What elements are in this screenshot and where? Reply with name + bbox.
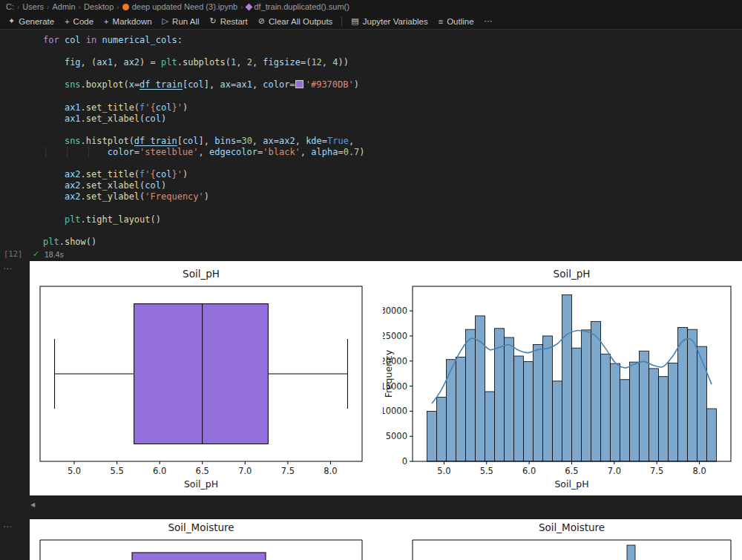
toolbar-add-markdown-button[interactable]: +Markdown [99, 16, 157, 27]
figure-soil-moisture: Soil_Moisture Soil_Moisture [30, 519, 742, 560]
breadcrumb-item-3[interactable]: Desktop [84, 2, 114, 11]
toolbar-add-code-button[interactable]: +Code [59, 16, 99, 27]
soil-ph-boxplot: Soil_pH5.05.56.06.57.07.58.0Soil_pH [33, 264, 368, 495]
code-line [43, 46, 742, 57]
toolbar-outline-button[interactable]: ≡Outline [433, 16, 479, 27]
breadcrumb-symbol[interactable]: df_train.duplicated().sum() [246, 2, 349, 11]
toolbar-button-label: Run All [172, 17, 199, 26]
output-gutter: ⋯ [0, 519, 30, 560]
code-line [43, 225, 742, 237]
breadcrumb-label: deep updated Need (3).ipynb [132, 2, 238, 11]
svg-text:6.0: 6.0 [522, 466, 536, 476]
notebook-icon [122, 4, 129, 10]
soil-moisture-histogram-partial: Soil_Moisture [383, 519, 739, 560]
code-line: ax1.set_xlabel(col) [43, 113, 742, 125]
breadcrumb-item-2[interactable]: Admin [52, 2, 75, 11]
execution-duration: 18.4s [45, 250, 64, 259]
restart-icon: ↻ [210, 16, 217, 26]
clear-icon: ⊘ [258, 16, 265, 26]
code-line: ax2.set_title(f'{col}') [43, 169, 742, 180]
svg-text:5.5: 5.5 [480, 466, 493, 476]
svg-text:7.0: 7.0 [238, 466, 252, 476]
breadcrumb-notebook-file[interactable]: deep updated Need (3).ipynb [122, 2, 238, 11]
cell-actions-icon[interactable]: ⋯ [3, 521, 13, 532]
code-line: ax1.set_title(f'{col}') [43, 102, 742, 113]
svg-text:Soil_pH: Soil_pH [183, 268, 220, 280]
color-swatch [295, 80, 303, 88]
toolbar-button-label: Outline [447, 17, 473, 26]
code-line: ax2.set_xlabel(col) [43, 180, 742, 191]
toolbar-generate-button[interactable]: ✦Generate [3, 15, 59, 27]
code-line [43, 90, 742, 102]
svg-text:8.0: 8.0 [692, 466, 706, 476]
breadcrumb-item-0[interactable]: C: [6, 2, 14, 11]
svg-text:Frequency: Frequency [383, 349, 394, 398]
svg-text:Soil_pH: Soil_pH [184, 478, 218, 490]
code-line: sns.boxplot(x=df_train[col], ax=ax1, col… [43, 79, 742, 90]
breadcrumb-label: Desktop [84, 2, 114, 11]
svg-text:7.5: 7.5 [281, 466, 295, 476]
breadcrumb-separator: › [17, 3, 19, 11]
toolbar-button-label: Clear All Outputs [269, 17, 332, 26]
toolbar-button-label: Generate [19, 17, 54, 26]
code-line [43, 158, 742, 169]
breadcrumb-item-1[interactable]: Users [22, 2, 44, 11]
svg-text:0: 0 [402, 456, 407, 467]
plus-icon: + [104, 17, 108, 26]
toolbar-jupyter-variables-button[interactable]: ▤Jupyter Variables [346, 15, 433, 27]
svg-text:Soil_pH: Soil_pH [554, 268, 591, 280]
notebook-toolbar: ✦Generate+Code+Markdown▷Run All↻Restart⊘… [0, 13, 742, 30]
list-icon: ≡ [439, 17, 443, 26]
svg-text:6.5: 6.5 [196, 466, 209, 476]
code-line [43, 68, 742, 79]
code-line: plt.show() [43, 237, 742, 248]
toolbar-button-label: Code [73, 17, 94, 26]
symbol-icon [245, 3, 252, 10]
svg-text:7.5: 7.5 [650, 466, 663, 476]
breadcrumb: C:›Users›Admin›Desktop›deep updated Need… [0, 0, 742, 13]
soil-ph-histogram: Soil_pH050001000015000200002500030000Fre… [383, 264, 739, 495]
toolbar-more-actions-button[interactable]: ⋯ [479, 15, 498, 27]
output-cell-soil-moisture: ⋯ Soil_Moisture Soil_Moisture [0, 519, 742, 560]
breadcrumb-label: Admin [52, 2, 75, 11]
code-line: ax2.set_ylabel('Frequency') [43, 191, 742, 202]
cell-gap: ◀ [0, 495, 742, 519]
breadcrumb-separator: › [47, 3, 49, 11]
figure-soil-ph: Soil_pH5.05.56.06.57.07.58.0Soil_pH Soil… [30, 261, 742, 495]
code-line: plt.tight_layout() [43, 214, 742, 225]
breadcrumb-separator: › [240, 3, 243, 11]
svg-text:Soil_pH: Soil_pH [554, 478, 588, 490]
svg-text:5.5: 5.5 [110, 466, 123, 476]
table-icon: ▤ [351, 16, 358, 26]
toolbar-separator [341, 16, 342, 26]
toolbar-clear-outputs-button[interactable]: ⊘Clear All Outputs [253, 15, 338, 27]
svg-text:6.5: 6.5 [565, 466, 578, 476]
svg-text:30000: 30000 [383, 306, 407, 316]
ellipsis-icon: ⋯ [485, 16, 493, 26]
breadcrumb-label: Users [22, 2, 44, 11]
code-line: for col in numerical_cols: [43, 35, 742, 46]
code-line [43, 125, 742, 136]
svg-text:Soil_Moisture: Soil_Moisture [539, 521, 605, 533]
toolbar-run-all-button[interactable]: ▷Run All [157, 15, 205, 27]
code-line [43, 202, 742, 214]
svg-text:5000: 5000 [386, 431, 407, 441]
svg-text:25000: 25000 [383, 331, 407, 341]
svg-text:6.0: 6.0 [153, 466, 166, 476]
svg-text:7.0: 7.0 [608, 466, 621, 476]
scroll-left-arrow-icon[interactable]: ◀ [30, 501, 35, 508]
breadcrumb-separator: › [79, 3, 81, 11]
play-icon: ▷ [162, 16, 168, 26]
toolbar-restart-button[interactable]: ↻Restart [205, 15, 253, 27]
toolbar-button-label: Jupyter Variables [363, 17, 428, 26]
svg-text:10000: 10000 [383, 406, 407, 416]
code-line: fig, (ax1, ax2) = plt.subplots(1, 2, fig… [43, 57, 742, 68]
toolbar-button-label: Restart [220, 17, 248, 26]
breadcrumb-separator: › [116, 3, 119, 11]
code-cell-editor[interactable]: for col in numerical_cols: fig, (ax1, ax… [0, 30, 742, 248]
breadcrumb-label: C: [6, 2, 14, 11]
success-check-icon: ✓ [33, 249, 39, 259]
cell-actions-icon[interactable]: ⋯ [3, 263, 13, 274]
toolbar-button-label: Markdown [113, 17, 152, 26]
plus-icon: + [65, 17, 69, 26]
